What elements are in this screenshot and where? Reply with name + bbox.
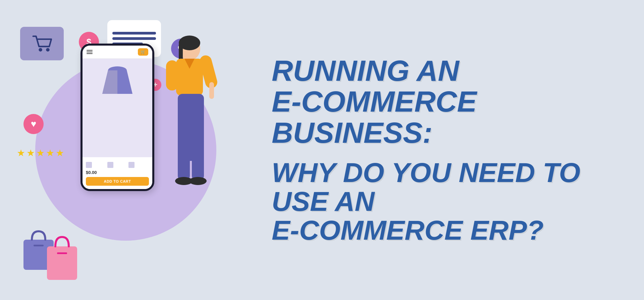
title-line-2: E-COMMERCE BUSINESS: bbox=[272, 85, 477, 149]
size-sq-2 bbox=[107, 162, 113, 168]
star-4: ★ bbox=[46, 147, 54, 159]
text-area: RUNNING AN E-COMMERCE BUSINESS: WHY DO Y… bbox=[252, 35, 644, 265]
person-figure bbox=[151, 30, 218, 218]
phone-product-info: $0.00 ADD TO CART bbox=[83, 157, 152, 189]
phone-header: 🛒 bbox=[83, 46, 152, 59]
shopping-cart-icon bbox=[30, 32, 54, 55]
phone-product-area bbox=[83, 59, 152, 157]
star-2: ★ bbox=[26, 147, 35, 159]
hamburger-menu-icon[interactable] bbox=[87, 50, 93, 54]
size-grid bbox=[86, 162, 149, 168]
svg-rect-11 bbox=[179, 43, 183, 61]
svg-marker-8 bbox=[102, 70, 117, 94]
svg-point-0 bbox=[39, 48, 42, 52]
svg-rect-17 bbox=[178, 137, 190, 181]
star-3: ★ bbox=[36, 147, 45, 159]
hamburger-line-3 bbox=[87, 53, 93, 54]
star-1: ★ bbox=[17, 147, 25, 159]
svg-rect-18 bbox=[192, 137, 204, 181]
svg-rect-3 bbox=[34, 245, 44, 246]
hamburger-line-2 bbox=[87, 52, 93, 52]
svg-rect-13 bbox=[166, 60, 178, 91]
heart-bubble: ♥ bbox=[23, 114, 44, 134]
pink-bag-icon bbox=[44, 233, 80, 283]
illustration-area: $ % + ♥ ★ ★ ★ ★ ★ bbox=[0, 0, 252, 300]
subtitle-line-1: WHY DO YOU NEED TO bbox=[272, 157, 580, 188]
sub-title: WHY DO YOU NEED TO USE AN E-COMMERCE ERP… bbox=[272, 158, 610, 245]
product-price: $0.00 bbox=[86, 170, 149, 175]
phone-mockup: 🛒 $0.00 AD bbox=[80, 44, 154, 191]
phone-screen: 🛒 $0.00 AD bbox=[83, 46, 152, 189]
svg-rect-5 bbox=[57, 252, 67, 254]
svg-point-1 bbox=[46, 48, 50, 52]
size-sq-1 bbox=[86, 162, 92, 168]
main-title: RUNNING AN E-COMMERCE BUSINESS: bbox=[272, 55, 610, 148]
cart-icon-box bbox=[20, 27, 64, 60]
chat-line-2 bbox=[112, 37, 156, 40]
svg-rect-15 bbox=[209, 82, 214, 99]
hamburger-line-1 bbox=[87, 50, 93, 51]
subtitle-line-3: E-COMMERCE ERP? bbox=[272, 215, 544, 245]
add-to-cart-button[interactable]: ADD TO CART bbox=[86, 177, 149, 186]
subtitle-line-2: USE AN bbox=[272, 186, 375, 217]
svg-point-20 bbox=[189, 177, 207, 185]
svg-rect-4 bbox=[47, 246, 77, 280]
star-5: ★ bbox=[56, 147, 64, 159]
size-sq-3 bbox=[128, 162, 135, 168]
phone-cart-button[interactable]: 🛒 bbox=[138, 48, 148, 56]
stars-rating: ★ ★ ★ ★ ★ bbox=[17, 147, 64, 159]
title-line-1: RUNNING AN bbox=[272, 54, 459, 87]
chat-line-1 bbox=[112, 32, 156, 35]
skirt-product-image bbox=[99, 62, 136, 96]
heart-icon: ♥ bbox=[31, 119, 37, 129]
page-wrapper: $ % + ♥ ★ ★ ★ ★ ★ bbox=[0, 0, 644, 300]
